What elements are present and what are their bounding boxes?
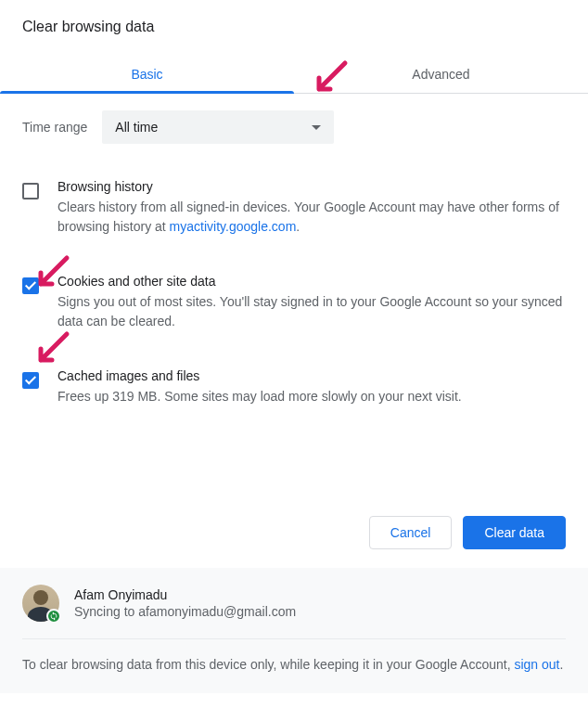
option-browsing-history: Browsing history Clears history from all… [22,164,566,259]
user-sync-status: Syncing to afamonyimadu@gmail.com [74,604,296,619]
option-cache: Cached images and files Frees up 319 MB.… [22,354,566,429]
option-desc: Clears history from all signed-in device… [58,198,566,237]
sign-out-link[interactable]: sign out [514,657,559,672]
option-desc: Frees up 319 MB. Some sites may load mor… [58,387,462,406]
footer: Afam Onyimadu Syncing to afamonyimadu@gm… [0,568,588,693]
checkbox-cache[interactable] [22,372,39,389]
checkbox-browsing-history[interactable] [22,183,39,200]
checkbox-cookies[interactable] [22,277,39,294]
user-name: Afam Onyimadu [74,587,296,602]
chevron-down-icon [312,125,321,130]
tab-basic[interactable]: Basic [0,56,294,93]
time-range-value: All time [115,120,158,135]
dialog-title: Clear browsing data [0,0,588,45]
user-row: Afam Onyimadu Syncing to afamonyimadu@gm… [22,585,566,639]
options-list: Browsing history Clears history from all… [0,155,588,429]
option-title: Cookies and other site data [58,274,566,289]
option-cookies: Cookies and other site data Signs you ou… [22,259,566,354]
footer-note: To clear browsing data from this device … [22,639,566,675]
cancel-button[interactable]: Cancel [369,516,453,549]
option-title: Browsing history [58,179,566,194]
option-title: Cached images and files [58,368,462,383]
dialog-buttons: Cancel Clear data [0,429,588,568]
time-range-select[interactable]: All time [102,110,334,144]
tab-advanced[interactable]: Advanced [294,56,588,93]
time-range-label: Time range [22,120,87,135]
myactivity-link[interactable]: myactivity.google.com [170,219,297,234]
tabs: Basic Advanced [0,56,588,94]
sync-icon [46,609,61,624]
clear-data-button[interactable]: Clear data [463,516,566,549]
option-desc: Signs you out of most sites. You'll stay… [58,292,566,331]
time-range-row: Time range All time [0,94,588,155]
